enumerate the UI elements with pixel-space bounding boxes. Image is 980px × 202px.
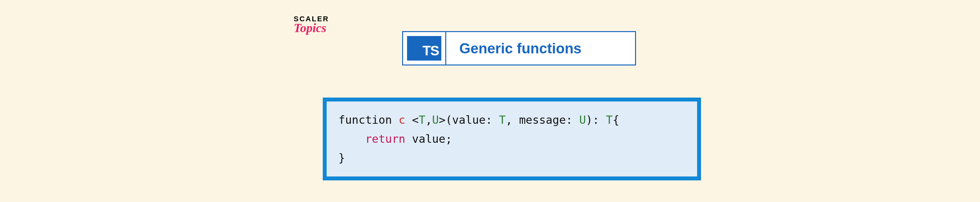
logo-line2: Topics [294,21,342,35]
code-token: } [339,151,345,164]
code-token: c [399,113,405,127]
brand-logo: SCALER Topics [294,15,342,35]
typescript-badge: TS [407,36,441,61]
code-token: ): [586,113,600,127]
header-box: TS Generic functions [402,31,636,66]
code-token: , [425,113,432,127]
code-token: (value: [445,113,492,127]
code-token: , [506,113,512,127]
ts-badge-text: TS [422,43,439,59]
code-token: T [499,113,505,127]
code-token: message: [519,113,573,127]
code-token [339,132,365,145]
header-title: Generic functions [446,32,635,64]
code-token: return [365,132,406,145]
code-content: function c <T,U>(value: T, message: U): … [339,111,685,167]
code-token: > [439,113,445,127]
code-token: value; [412,132,452,145]
code-block: function c <T,U>(value: T, message: U): … [323,98,701,180]
code-token: function [339,113,392,127]
code-token: U [432,113,439,127]
code-token: { [613,113,619,127]
code-token: T [606,113,612,127]
code-token: U [579,113,586,127]
code-token: T [419,113,425,127]
code-token: < [412,113,418,127]
